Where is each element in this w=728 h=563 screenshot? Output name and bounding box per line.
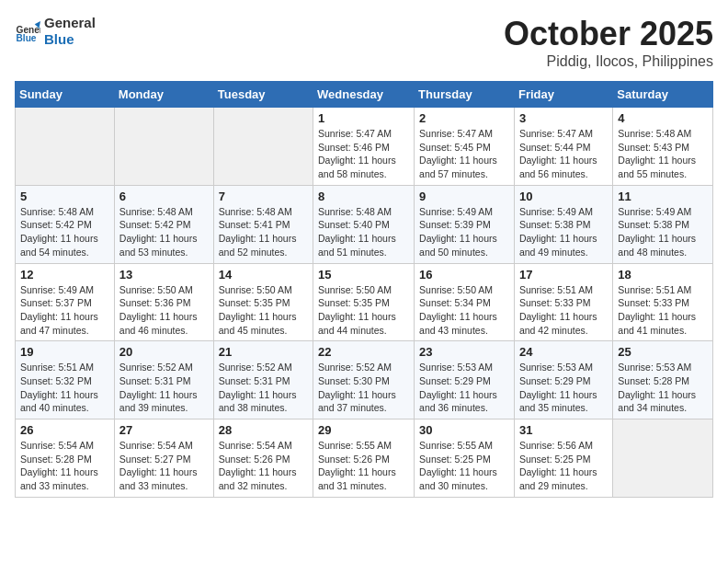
calendar-cell: 22Sunrise: 5:52 AM Sunset: 5:30 PM Dayli… [313,341,415,419]
day-number: 8 [318,190,409,203]
calendar-cell: 18Sunrise: 5:51 AM Sunset: 5:33 PM Dayli… [613,263,713,341]
day-info: Sunrise: 5:48 AM Sunset: 5:40 PM Dayligh… [318,205,409,259]
day-info: Sunrise: 5:52 AM Sunset: 5:31 PM Dayligh… [119,361,209,415]
day-info: Sunrise: 5:47 AM Sunset: 5:44 PM Dayligh… [519,127,608,181]
day-info: Sunrise: 5:47 AM Sunset: 5:45 PM Dayligh… [419,127,509,181]
calendar-cell: 13Sunrise: 5:50 AM Sunset: 5:36 PM Dayli… [114,263,213,341]
day-info: Sunrise: 5:49 AM Sunset: 5:37 PM Dayligh… [20,283,109,338]
day-info: Sunrise: 5:51 AM Sunset: 5:32 PM Dayligh… [20,361,109,415]
calendar-week-row: 26Sunrise: 5:54 AM Sunset: 5:28 PM Dayli… [16,419,713,498]
day-info: Sunrise: 5:55 AM Sunset: 5:25 PM Dayligh… [419,439,509,493]
day-info: Sunrise: 5:54 AM Sunset: 5:27 PM Dayligh… [119,439,209,493]
calendar-cell: 29Sunrise: 5:55 AM Sunset: 5:26 PM Dayli… [313,419,415,498]
logo: General Blue General Blue [15,15,96,48]
calendar-header-row: SundayMondayTuesdayWednesdayThursdayFrid… [16,82,713,108]
calendar-cell: 12Sunrise: 5:49 AM Sunset: 5:37 PM Dayli… [16,263,115,341]
day-info: Sunrise: 5:50 AM Sunset: 5:35 PM Dayligh… [219,283,308,338]
day-number: 22 [318,345,409,359]
logo-general: General [44,15,96,31]
weekday-header: Friday [514,82,612,108]
day-number: 31 [519,423,608,437]
day-info: Sunrise: 5:56 AM Sunset: 5:25 PM Dayligh… [519,439,608,493]
title-block: October 2025 Piddig, Ilocos, Philippines [504,15,713,70]
day-number: 30 [419,423,509,437]
calendar-cell: 6Sunrise: 5:48 AM Sunset: 5:42 PM Daylig… [114,185,213,263]
day-info: Sunrise: 5:54 AM Sunset: 5:28 PM Dayligh… [20,439,109,493]
calendar-cell: 9Sunrise: 5:49 AM Sunset: 5:39 PM Daylig… [415,185,515,263]
day-number: 19 [20,345,109,359]
day-number: 10 [519,190,608,203]
calendar-cell [114,108,213,186]
weekday-header: Saturday [613,82,713,108]
day-number: 14 [219,268,308,282]
day-number: 15 [318,268,409,282]
day-info: Sunrise: 5:48 AM Sunset: 5:42 PM Dayligh… [20,205,109,259]
day-number: 28 [219,423,308,437]
weekday-header: Tuesday [213,82,313,108]
day-number: 9 [419,190,509,203]
calendar-cell: 17Sunrise: 5:51 AM Sunset: 5:33 PM Dayli… [514,263,612,341]
day-number: 26 [20,423,109,437]
day-info: Sunrise: 5:49 AM Sunset: 5:39 PM Dayligh… [419,205,509,259]
day-info: Sunrise: 5:54 AM Sunset: 5:26 PM Dayligh… [219,439,308,493]
logo-icon: General Blue [15,18,40,44]
day-number: 24 [519,345,608,359]
day-number: 2 [419,111,509,125]
weekday-header: Sunday [16,82,115,108]
weekday-header: Thursday [415,82,515,108]
day-number: 3 [519,111,608,125]
day-info: Sunrise: 5:49 AM Sunset: 5:38 PM Dayligh… [618,205,708,259]
day-number: 4 [618,111,708,125]
day-info: Sunrise: 5:50 AM Sunset: 5:36 PM Dayligh… [119,283,209,338]
calendar-cell: 27Sunrise: 5:54 AM Sunset: 5:27 PM Dayli… [114,419,213,498]
calendar-week-row: 1Sunrise: 5:47 AM Sunset: 5:46 PM Daylig… [16,108,713,186]
calendar-cell: 7Sunrise: 5:48 AM Sunset: 5:41 PM Daylig… [213,185,313,263]
day-info: Sunrise: 5:53 AM Sunset: 5:29 PM Dayligh… [419,361,509,415]
day-number: 20 [119,345,209,359]
calendar-cell [613,419,713,498]
weekday-header: Monday [114,82,213,108]
day-number: 11 [618,190,708,203]
day-number: 12 [20,268,109,282]
day-info: Sunrise: 5:52 AM Sunset: 5:30 PM Dayligh… [318,361,409,415]
calendar-cell: 21Sunrise: 5:52 AM Sunset: 5:31 PM Dayli… [213,341,313,419]
calendar-cell: 10Sunrise: 5:49 AM Sunset: 5:38 PM Dayli… [514,185,612,263]
logo-blue: Blue [44,31,96,48]
day-info: Sunrise: 5:53 AM Sunset: 5:28 PM Dayligh… [618,361,708,415]
day-number: 29 [318,423,409,437]
day-number: 25 [618,345,708,359]
day-info: Sunrise: 5:50 AM Sunset: 5:34 PM Dayligh… [419,283,509,338]
day-info: Sunrise: 5:49 AM Sunset: 5:38 PM Dayligh… [519,205,608,259]
calendar-cell: 28Sunrise: 5:54 AM Sunset: 5:26 PM Dayli… [213,419,313,498]
day-info: Sunrise: 5:52 AM Sunset: 5:31 PM Dayligh… [219,361,308,415]
day-number: 18 [618,268,708,282]
weekday-header: Wednesday [313,82,415,108]
location: Piddig, Ilocos, Philippines [504,53,713,70]
calendar-cell: 3Sunrise: 5:47 AM Sunset: 5:44 PM Daylig… [514,108,612,186]
day-number: 5 [20,190,109,203]
calendar-cell: 15Sunrise: 5:50 AM Sunset: 5:35 PM Dayli… [313,263,415,341]
calendar-cell: 5Sunrise: 5:48 AM Sunset: 5:42 PM Daylig… [16,185,115,263]
day-number: 7 [219,190,308,203]
calendar-cell: 1Sunrise: 5:47 AM Sunset: 5:46 PM Daylig… [313,108,415,186]
day-number: 27 [119,423,209,437]
calendar-cell: 8Sunrise: 5:48 AM Sunset: 5:40 PM Daylig… [313,185,415,263]
day-info: Sunrise: 5:53 AM Sunset: 5:29 PM Dayligh… [519,361,608,415]
calendar-week-row: 19Sunrise: 5:51 AM Sunset: 5:32 PM Dayli… [16,341,713,419]
svg-text:Blue: Blue [17,33,37,43]
calendar-cell: 20Sunrise: 5:52 AM Sunset: 5:31 PM Dayli… [114,341,213,419]
calendar-cell: 31Sunrise: 5:56 AM Sunset: 5:25 PM Dayli… [514,419,612,498]
calendar-cell: 30Sunrise: 5:55 AM Sunset: 5:25 PM Dayli… [415,419,515,498]
calendar-week-row: 12Sunrise: 5:49 AM Sunset: 5:37 PM Dayli… [16,263,713,341]
calendar-cell: 23Sunrise: 5:53 AM Sunset: 5:29 PM Dayli… [415,341,515,419]
calendar-cell: 16Sunrise: 5:50 AM Sunset: 5:34 PM Dayli… [415,263,515,341]
calendar-cell [213,108,313,186]
day-info: Sunrise: 5:47 AM Sunset: 5:46 PM Dayligh… [318,127,409,181]
page-header: General Blue General Blue October 2025 P… [15,15,713,70]
day-info: Sunrise: 5:51 AM Sunset: 5:33 PM Dayligh… [519,283,608,338]
day-number: 23 [419,345,509,359]
day-number: 6 [119,190,209,203]
day-number: 21 [219,345,308,359]
day-number: 1 [318,111,409,125]
day-info: Sunrise: 5:51 AM Sunset: 5:33 PM Dayligh… [618,283,708,338]
